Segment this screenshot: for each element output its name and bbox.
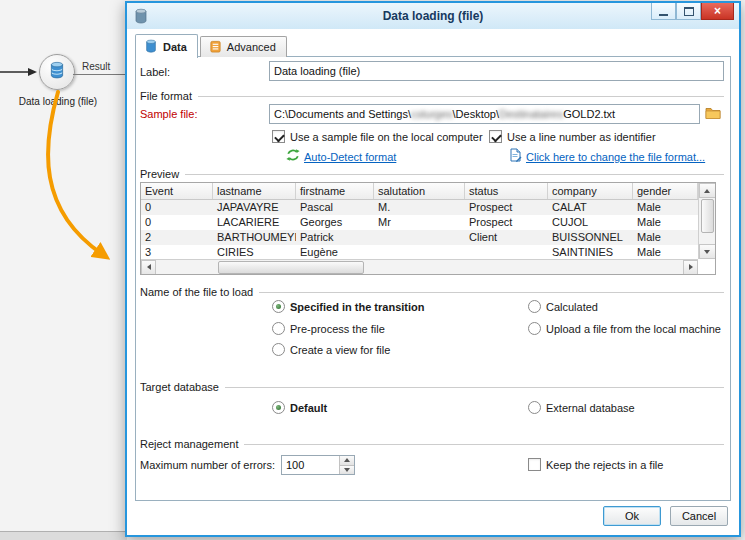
vertical-scrollbar[interactable] bbox=[698, 183, 715, 259]
sample-file-input[interactable]: C:\Documents and Settings\csturges\Deskt… bbox=[269, 104, 700, 124]
group-file-format: File format bbox=[140, 90, 724, 102]
table-cell: LACARIERE bbox=[213, 215, 296, 230]
radio-upload-local[interactable]: Upload a file from the local machine bbox=[528, 322, 721, 335]
table-cell: CALAT bbox=[548, 200, 633, 215]
tab-label: Data bbox=[163, 41, 187, 53]
radio-icon bbox=[528, 322, 541, 335]
radio-label: Specified in the transition bbox=[290, 301, 424, 313]
table-cell: 3 bbox=[141, 245, 213, 260]
table-cell: Prospect bbox=[465, 200, 548, 215]
table-cell: Mr bbox=[374, 215, 465, 230]
table-row[interactable]: 3 CIRIES Eugène SAINTINIES Male bbox=[141, 245, 715, 260]
change-format-link[interactable]: Click here to change the file format... bbox=[508, 148, 705, 166]
autodetect-link[interactable]: Auto-Detect format bbox=[286, 148, 396, 166]
column-header: Event bbox=[141, 183, 213, 199]
table-cell: Patrick bbox=[296, 230, 374, 245]
table-cell: Eugène bbox=[296, 245, 374, 260]
tab-page-data: Label: File format Sample file: C:\Docum… bbox=[135, 56, 731, 501]
ok-button[interactable]: Ok bbox=[603, 506, 661, 526]
checkbox-sample-local[interactable]: Use a sample file on the local computer bbox=[272, 130, 483, 143]
maximize-icon bbox=[684, 7, 694, 16]
radio-calculated[interactable]: Calculated bbox=[528, 300, 598, 313]
dialog-data-loading: Data loading (file) × Data bbox=[125, 1, 741, 537]
right-arrow-icon bbox=[689, 264, 693, 270]
column-header: company bbox=[548, 183, 633, 199]
up-arrow-icon bbox=[704, 189, 710, 193]
table-cell: Georges bbox=[296, 215, 374, 230]
data-loading-node[interactable] bbox=[39, 54, 75, 90]
column-header: gender bbox=[633, 183, 698, 199]
minimize-button[interactable] bbox=[651, 3, 676, 20]
table-cell bbox=[465, 245, 548, 260]
tab-advanced[interactable]: Advanced bbox=[200, 36, 287, 57]
down-arrow-icon bbox=[344, 468, 350, 472]
radio-external-database[interactable]: External database bbox=[528, 401, 635, 414]
radio-icon bbox=[272, 401, 285, 414]
close-button[interactable]: × bbox=[701, 3, 734, 20]
table-row[interactable]: 0 JAPAVAYRE Pascal M. Prospect CALAT Mal… bbox=[141, 200, 715, 215]
horizontal-scroll-thumb[interactable] bbox=[218, 261, 364, 274]
database-icon bbox=[48, 61, 66, 83]
scroll-right-button[interactable] bbox=[683, 260, 698, 275]
radio-create-view[interactable]: Create a view for file bbox=[272, 343, 390, 356]
table-cell bbox=[374, 245, 465, 260]
group-reject-management: Reject management bbox=[140, 438, 724, 450]
database-icon bbox=[144, 39, 158, 55]
radio-default-database[interactable]: Default bbox=[272, 401, 327, 414]
radio-icon bbox=[528, 401, 541, 414]
column-header: salutation bbox=[374, 183, 465, 199]
tab-label: Advanced bbox=[227, 41, 276, 53]
label-caption: Label: bbox=[140, 66, 170, 78]
radio-label: Create a view for file bbox=[290, 344, 390, 356]
table-row[interactable]: 0 LACARIERE Georges Mr Prospect CUJOL Ma… bbox=[141, 215, 715, 230]
checkbox-label: Use a line number as identifier bbox=[507, 131, 656, 143]
cancel-button[interactable]: Cancel bbox=[670, 506, 728, 526]
table-cell: Male bbox=[633, 215, 698, 230]
tab-data[interactable]: Data bbox=[135, 34, 198, 58]
path-segment: GOLD2.txt bbox=[563, 108, 615, 120]
path-segment-redacted: Destinataires bbox=[499, 108, 563, 120]
spinner-up-button[interactable] bbox=[340, 456, 354, 466]
scroll-up-button[interactable] bbox=[699, 183, 716, 198]
window-title: Data loading (file) bbox=[127, 9, 739, 23]
down-arrow-icon bbox=[704, 250, 710, 254]
vertical-scroll-thumb[interactable] bbox=[701, 199, 714, 233]
radio-preprocess-file[interactable]: Pre-process the file bbox=[272, 322, 385, 335]
scroll-down-button[interactable] bbox=[699, 244, 716, 259]
max-errors-caption: Maximum number of errors: bbox=[140, 459, 275, 471]
browse-folder-button[interactable] bbox=[704, 105, 722, 123]
table-cell: CUJOL bbox=[548, 215, 633, 230]
checkbox-icon bbox=[528, 458, 541, 471]
edit-file-icon bbox=[508, 148, 522, 166]
checkbox-label: Use a sample file on the local computer bbox=[290, 131, 483, 143]
column-header: firstname bbox=[296, 183, 374, 199]
close-icon: × bbox=[714, 5, 721, 17]
table-cell: 0 bbox=[141, 200, 213, 215]
table-row[interactable]: 2 BARTHOUMEYRIE Patrick Client BUISSONNE… bbox=[141, 230, 715, 245]
radio-specified-in-transition[interactable]: Specified in the transition bbox=[272, 300, 424, 313]
link-label: Auto-Detect format bbox=[304, 151, 396, 163]
column-header: lastname bbox=[213, 183, 296, 199]
radio-label: Pre-process the file bbox=[290, 323, 385, 335]
path-segment: \Desktop\ bbox=[453, 108, 499, 120]
label-input[interactable] bbox=[269, 61, 724, 81]
radio-label: Default bbox=[290, 402, 327, 414]
maximize-button[interactable] bbox=[676, 3, 701, 20]
spinner-down-button[interactable] bbox=[340, 466, 354, 475]
preview-table: Event lastname firstname salutation stat… bbox=[140, 182, 716, 275]
table-cell: Prospect bbox=[465, 215, 548, 230]
refresh-icon bbox=[286, 148, 300, 166]
checkbox-icon bbox=[272, 130, 285, 143]
horizontal-scrollbar[interactable] bbox=[141, 259, 698, 274]
max-errors-spinner bbox=[281, 455, 355, 475]
tabstrip: Data Advanced bbox=[135, 33, 289, 57]
table-cell: 2 bbox=[141, 230, 213, 245]
table-header-row: Event lastname firstname salutation stat… bbox=[141, 183, 715, 200]
incoming-transition-arrow bbox=[0, 64, 40, 80]
checkbox-line-number[interactable]: Use a line number as identifier bbox=[489, 130, 656, 143]
checkbox-keep-rejects[interactable]: Keep the rejects in a file bbox=[528, 458, 663, 471]
titlebar[interactable]: Data loading (file) × bbox=[127, 3, 739, 29]
table-cell: CIRIES bbox=[213, 245, 296, 260]
table-cell: BARTHOUMEYRIE bbox=[213, 230, 296, 245]
scroll-left-button[interactable] bbox=[141, 260, 156, 275]
